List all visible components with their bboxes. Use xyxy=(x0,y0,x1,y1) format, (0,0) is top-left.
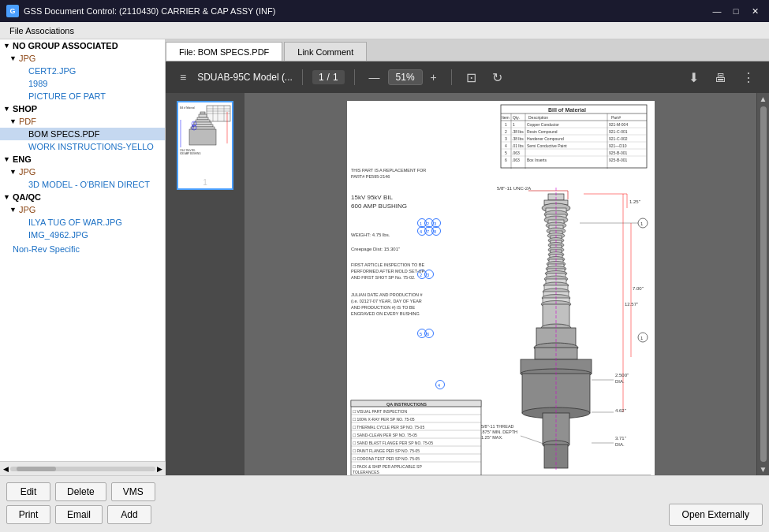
svg-text:4: 4 xyxy=(438,383,440,388)
tree-label-jpg3: JPG xyxy=(19,205,35,214)
edit-button[interactable]: Edit xyxy=(6,482,50,501)
svg-text:Item: Item xyxy=(502,115,510,120)
tree-file-cert2[interactable]: CERT2.JPG xyxy=(0,65,165,77)
svg-text:TOLERANCES: TOLERANCES xyxy=(353,470,379,474)
add-button[interactable]: Add xyxy=(107,505,151,524)
tree-special-nonrev[interactable]: Non-Rev Specific xyxy=(0,241,165,257)
pdf-download-button[interactable]: ⬇ xyxy=(684,67,704,88)
tree-cat-pdf1[interactable]: ▼ PDF xyxy=(0,115,165,128)
svg-text:4.62": 4.62" xyxy=(615,408,626,413)
tree-file-bom[interactable]: BOM SPECS.PDF xyxy=(0,128,165,140)
pdf-zoom-out-button[interactable]: — xyxy=(364,68,385,87)
svg-text:DIA.: DIA. xyxy=(615,442,625,447)
h-scroll-thumb[interactable] xyxy=(17,467,56,471)
scroll-thumb[interactable] xyxy=(760,106,767,462)
svg-text:12.57": 12.57" xyxy=(625,302,638,307)
scroll-right-button[interactable]: ▶ xyxy=(157,465,162,473)
window-title: GSS Document Control: (2110430) CARRIER … xyxy=(24,6,275,16)
pdf-rotate-button[interactable]: ↻ xyxy=(487,67,507,88)
pdf-more-button[interactable]: ⋮ xyxy=(737,67,760,88)
bottom-row-1: Edit Delete VMS xyxy=(6,482,763,501)
svg-text:4: 4 xyxy=(420,229,422,234)
tree-file-ilya[interactable]: ILYA TUG OF WAR.JPG xyxy=(0,216,165,229)
svg-text:2.500": 2.500" xyxy=(615,373,629,378)
tab-file[interactable]: File: BOM SPECS.PDF xyxy=(166,42,282,61)
left-panel: ▼ NO GROUP ASSOCIATED ▼ JPG CERT2.JPG 19… xyxy=(0,39,166,475)
bottom-row-2: Print Email Add Open Externally xyxy=(6,504,763,526)
svg-text:5: 5 xyxy=(420,332,422,337)
scroll-up-button[interactable]: ▲ xyxy=(760,95,767,103)
tree-group-shop[interactable]: ▼ SHOP xyxy=(0,102,165,115)
tree-group-eng[interactable]: ▼ ENG xyxy=(0,153,165,166)
scroll-left-button[interactable]: ◀ xyxy=(3,465,9,473)
delete-button[interactable]: Delete xyxy=(55,482,106,501)
svg-text:.875" MIN. DEPTH: .875" MIN. DEPTH xyxy=(481,430,517,434)
pdf-fit-page-button[interactable]: ⊡ xyxy=(461,67,481,88)
svg-text:Semi Conductive Paint: Semi Conductive Paint xyxy=(527,143,567,148)
tree-label-cert2: CERT2.JPG xyxy=(28,66,76,76)
tree-label-eng: ENG xyxy=(13,154,32,164)
pdf-total-pages: 1 xyxy=(333,72,338,83)
pdf-main-view[interactable]: Bill of Material Item Qty. Description P… xyxy=(245,93,756,475)
toolbar-separator-2 xyxy=(354,69,355,85)
svg-text:☐ 100% X-RAY   PER SP NO. 75-0: ☐ 100% X-RAY PER SP NO. 75-05 xyxy=(353,417,415,422)
tree-label-picture: PICTURE OF PART xyxy=(28,91,106,101)
svg-text:3: 3 xyxy=(427,273,429,277)
svg-text:5/8"-11 UNC-2A: 5/8"-11 UNC-2A xyxy=(497,186,531,191)
svg-text:PERFORMED AFTER MOLD SET-UP: PERFORMED AFTER MOLD SET-UP xyxy=(351,269,425,273)
tree-group-qaqc[interactable]: ▼ QA/QC xyxy=(0,191,165,203)
svg-text:FIRST ARTICLE INSPECTION TO BE: FIRST ARTICLE INSPECTION TO BE xyxy=(351,262,424,267)
open-externally-button[interactable]: Open Externally xyxy=(669,504,763,526)
pdf-toolbar: ≡ SDUAB-95C Model (... 1 / 1 — 51% + ⊡ ↻… xyxy=(166,61,769,93)
tree-file-picture[interactable]: PICTURE OF PART xyxy=(0,90,165,102)
tree-cat-jpg1[interactable]: ▼ JPG xyxy=(0,52,165,65)
file-associations-menu[interactable]: File Associations xyxy=(3,24,80,37)
tab-link[interactable]: Link Comment xyxy=(284,42,367,61)
email-button[interactable]: Email xyxy=(55,505,103,524)
close-button[interactable]: ✕ xyxy=(747,3,763,19)
svg-text:1: 1 xyxy=(420,221,422,226)
tree-label-qaqc: QA/QC xyxy=(13,192,41,202)
svg-text:Part#: Part# xyxy=(611,115,621,120)
svg-text:THIS PART IS A REPLACEMENT FOR: THIS PART IS A REPLACEMENT FOR xyxy=(351,168,426,173)
svg-text:☐ PACK & SHIP PER APPLICABLE S: ☐ PACK & SHIP PER APPLICABLE SP xyxy=(353,464,422,469)
pdf-title: SDUAB-95C Model (... xyxy=(197,72,293,83)
scroll-down-button[interactable]: ▼ xyxy=(760,465,767,474)
tree-file-1989[interactable]: 1989 xyxy=(0,77,165,90)
svg-text:AND FIRST SHOT SP No. 75-02.: AND FIRST SHOT SP No. 75-02. xyxy=(351,275,416,280)
svg-text:2: 2 xyxy=(505,129,507,134)
tree-cat-jpg3[interactable]: ▼ JPG xyxy=(0,203,165,216)
pdf-menu-button[interactable]: ≡ xyxy=(175,68,191,87)
bottom-right: Open Externally xyxy=(669,504,763,526)
tree-file-img4962[interactable]: IMG_4962.JPG xyxy=(0,229,165,241)
tree-file-work[interactable]: WORK INSTRUCTIONS-YELLO xyxy=(0,140,165,153)
pdf-scrollbar[interactable]: ▲ ▼ xyxy=(756,93,769,475)
tree-label-pdf1: PDF xyxy=(19,117,36,126)
pdf-print-button[interactable]: 🖶 xyxy=(710,68,731,87)
pdf-pages: 1 / 1 xyxy=(312,70,345,84)
pdf-zoom-in-button[interactable]: + xyxy=(426,68,442,87)
minimize-button[interactable]: — xyxy=(709,3,725,19)
tree-group-no-group[interactable]: ▼ NO GROUP ASSOCIATED xyxy=(0,39,165,52)
pdf-thumbnail-1[interactable]: Bill of Material 15kV 95kV BIL 600 AMP B… xyxy=(177,101,233,190)
svg-text:921-C-002: 921-C-002 xyxy=(609,136,628,141)
tree-cat-jpg2[interactable]: ▼ JPG xyxy=(0,166,165,178)
svg-rect-9 xyxy=(199,114,207,117)
tree-file-3dmodel[interactable]: 3D MODEL - O'BRIEN DIRECT xyxy=(0,178,165,191)
svg-rect-10 xyxy=(197,117,208,120)
svg-text:1.25" MAX.: 1.25" MAX. xyxy=(481,435,503,440)
svg-text:2: 2 xyxy=(427,221,429,226)
vms-button[interactable]: VMS xyxy=(111,482,155,501)
maximize-button[interactable]: □ xyxy=(728,3,744,19)
svg-rect-15 xyxy=(189,129,216,145)
print-button[interactable]: Print xyxy=(6,505,50,524)
svg-text:Copper Conductor: Copper Conductor xyxy=(527,122,559,127)
svg-text:8: 8 xyxy=(434,229,436,234)
bottom-bar: Edit Delete VMS Print Email Add Open Ext… xyxy=(0,475,769,532)
svg-text:.01 lbs: .01 lbs xyxy=(512,143,524,148)
main-layout: ▼ NO GROUP ASSOCIATED ▼ JPG CERT2.JPG 19… xyxy=(0,39,769,475)
svg-text:6: 6 xyxy=(427,332,429,337)
tree-label-work: WORK INSTRUCTIONS-YELLO xyxy=(28,142,154,151)
tree-label-nonrev: Non-Rev Specific xyxy=(3,243,83,255)
svg-text:☐ SAND BLAST FLANGE PER SP NO.: ☐ SAND BLAST FLANGE PER SP NO. 75-05 xyxy=(353,441,433,445)
